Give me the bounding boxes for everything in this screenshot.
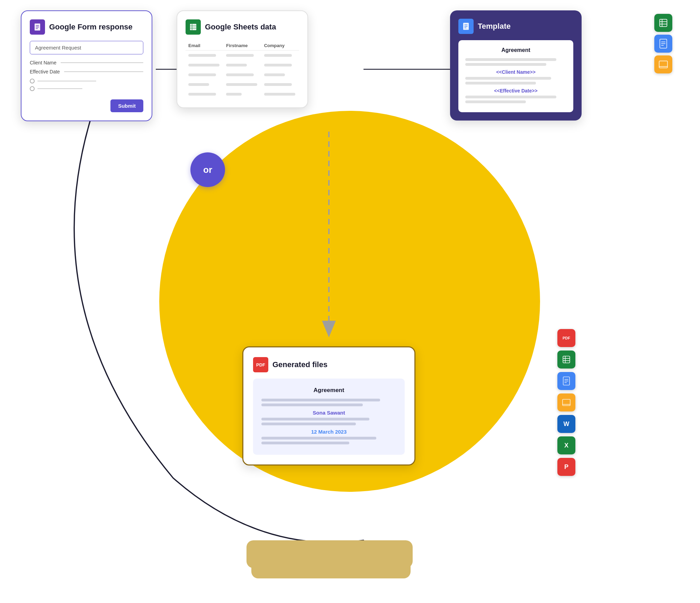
template-line-4: [465, 82, 536, 85]
sheets-card: Google Sheets data Email Firstname Compa…: [177, 10, 308, 108]
form-card-header: Google Form response: [30, 19, 143, 35]
pdf-icon: PDF: [253, 357, 268, 372]
table-row: [186, 80, 299, 89]
forms-icon: [30, 19, 45, 35]
main-container: or Google Form response Agreement Reques…: [0, 0, 700, 603]
table-row: [186, 70, 299, 80]
gen-line-4: [261, 423, 356, 425]
form-input[interactable]: Agreement Request: [30, 41, 143, 54]
stacked-paper-1: [246, 540, 413, 568]
col-email: Email: [186, 41, 223, 51]
side-icon-sheets: [654, 14, 672, 32]
radio-1[interactable]: [30, 79, 35, 83]
generated-card-header: PDF Generated files: [253, 357, 405, 372]
sheets-card-title: Google Sheets data: [205, 23, 276, 32]
or-badge: or: [190, 152, 225, 187]
form-card: Google Form response Agreement Request C…: [21, 10, 152, 121]
col-company: Company: [261, 41, 299, 51]
form-card-title: Google Form response: [49, 23, 133, 32]
template-line-6: [465, 100, 526, 103]
sheets-card-header: Google Sheets data: [186, 19, 299, 35]
side-icon-slides-2: [557, 393, 575, 411]
template-doc-title: Agreement: [465, 47, 566, 53]
radio-1-line: [37, 81, 96, 81]
radio-2-line: [37, 88, 82, 89]
svg-rect-18: [660, 19, 667, 27]
gen-doc-area: Agreement Sona Sawant 12 March 2023: [253, 379, 405, 455]
submit-button[interactable]: Submit: [110, 99, 143, 112]
side-icon-doc: [654, 35, 672, 53]
template-line-5: [465, 96, 556, 98]
gen-doc-title: Agreement: [261, 387, 396, 394]
template-placeholder-2: <<Effective Date>>: [465, 88, 566, 94]
template-card-title: Template: [478, 22, 511, 31]
template-card-header: Template: [458, 19, 573, 34]
table-row: [186, 60, 299, 70]
side-icon-pdf: PDF: [557, 329, 575, 347]
template-line-3: [465, 77, 551, 80]
generated-card-title: Generated files: [272, 360, 327, 369]
form-field-2: Effective Date: [30, 69, 143, 74]
form-field-1-line: [61, 62, 143, 63]
generated-card: PDF Generated files Agreement Sona Sawan…: [242, 346, 415, 465]
side-icons-bottom: PDF W X P: [557, 329, 575, 476]
gen-date: 12 March 2023: [261, 429, 396, 435]
template-doc-area: Agreement <<Client Name>> <<Effective Da…: [458, 40, 573, 112]
gen-line-1: [261, 399, 380, 401]
side-icons-top: [654, 14, 672, 73]
sheets-table: Email Firstname Company: [186, 41, 299, 99]
table-row: [186, 89, 299, 99]
gen-line-6: [261, 442, 349, 444]
side-icon-excel: X: [557, 436, 575, 454]
template-placeholder-1: <<Client Name>>: [465, 69, 566, 75]
col-firstname: Firstname: [223, 41, 261, 51]
template-line-1: [465, 58, 556, 61]
or-text: or: [203, 165, 212, 175]
table-row: [186, 51, 299, 61]
gen-line-5: [261, 437, 376, 440]
form-field-2-label: Effective Date: [30, 69, 60, 74]
side-icon-slides: [654, 55, 672, 73]
svg-rect-26: [659, 61, 667, 68]
form-field-2-line: [64, 71, 143, 72]
doc-icon: [458, 19, 474, 34]
svg-rect-8: [190, 24, 197, 30]
form-field-1: Client Name: [30, 60, 143, 65]
side-icon-sheets-2: [557, 351, 575, 369]
sheets-icon: [186, 19, 201, 35]
gen-line-3: [261, 418, 369, 420]
radio-2[interactable]: [30, 86, 35, 91]
form-radio-2: [30, 86, 143, 91]
side-icon-doc-2: [557, 372, 575, 390]
side-icon-ppt: P: [557, 458, 575, 476]
form-radio-1: [30, 79, 143, 83]
gen-client-name: Sona Sawant: [261, 410, 396, 416]
svg-rect-28: [563, 356, 570, 363]
template-card: Template Agreement <<Client Name>> <<Eff…: [450, 10, 582, 121]
form-field-1-label: Client Name: [30, 60, 56, 65]
side-icon-word: W: [557, 415, 575, 433]
gen-line-2: [261, 404, 363, 406]
svg-rect-36: [563, 399, 570, 406]
template-line-2: [465, 63, 546, 66]
